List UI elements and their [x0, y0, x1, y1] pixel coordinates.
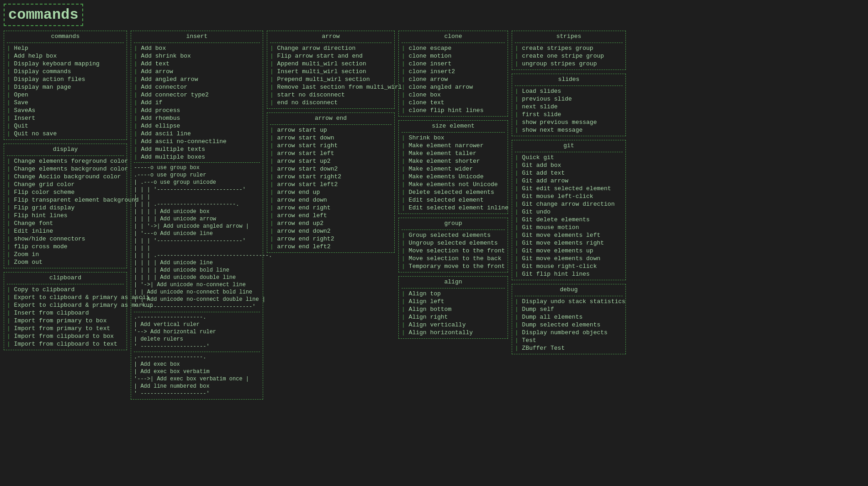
list-item[interactable]: Align vertically [402, 321, 505, 329]
list-item[interactable]: Edit selected element [402, 196, 505, 204]
list-item[interactable]: Group selected elements [402, 231, 505, 239]
list-item[interactable]: Export to clipboard & primary as markup [7, 301, 124, 309]
list-item[interactable]: clone escape [402, 44, 505, 52]
list-item[interactable]: '--> Add horizontal ruler [134, 328, 260, 336]
list-item[interactable]: Import from primary to box [7, 317, 124, 325]
list-item[interactable]: Add multiple boxes [134, 153, 260, 161]
list-item[interactable]: SaveAs [7, 107, 124, 114]
list-item[interactable]: Add arrow [134, 68, 260, 75]
list-item[interactable]: arrow end left2 [270, 243, 392, 251]
list-item[interactable]: Flip transparent element background [7, 196, 124, 204]
list-item[interactable]: end no disconnect [270, 99, 392, 107]
list-item[interactable]: ZBuffer Test [515, 344, 623, 352]
list-item[interactable]: Display commands [7, 68, 124, 75]
list-item[interactable]: Dump selected elements [515, 321, 623, 329]
list-item[interactable]: Flip grid display [7, 204, 124, 212]
list-item[interactable]: Add ascii no-connectline [134, 138, 260, 145]
list-item[interactable]: Add connector [134, 83, 260, 91]
list-item[interactable]: arrow start down2 [270, 165, 392, 173]
list-item[interactable]: Git move elements right [515, 239, 623, 247]
list-item[interactable]: Make elements not Unicode [402, 181, 505, 188]
list-item[interactable]: Insert [7, 114, 124, 122]
list-item[interactable]: Align bottom [402, 305, 505, 313]
list-item[interactable]: Open [7, 91, 124, 99]
list-item[interactable]: show/hide connectors [7, 235, 124, 243]
list-item[interactable]: Git mouse motion [515, 224, 623, 231]
list-item[interactable]: Ungroup selected elements [402, 239, 505, 247]
list-item[interactable]: next slide [515, 103, 623, 111]
list-item[interactable]: Git add arrow [515, 177, 623, 185]
list-item[interactable]: Add angled arrow [134, 75, 260, 83]
list-item[interactable]: Git move elements left [515, 231, 623, 239]
list-item[interactable]: clone box [402, 91, 505, 99]
list-item[interactable]: Add text [134, 60, 260, 68]
list-item[interactable]: clone insert [402, 60, 505, 68]
list-item[interactable]: Git move elements up [515, 247, 623, 255]
list-item[interactable]: Add box [134, 44, 260, 52]
list-item[interactable]: arrow end down [270, 196, 392, 204]
list-item[interactable]: Import from primary to text [7, 325, 124, 332]
list-item[interactable]: Copy to clipboard [7, 286, 124, 294]
list-item[interactable]: Git add box [515, 161, 623, 169]
list-item[interactable]: Dump all elements [515, 313, 623, 321]
list-item[interactable]: .--------------------. [134, 353, 260, 361]
list-item[interactable]: Align top [402, 290, 505, 298]
list-item[interactable]: Change font [7, 219, 124, 227]
list-item[interactable]: arrow end up [270, 188, 392, 196]
list-item[interactable]: clone arrow [402, 75, 505, 83]
list-item[interactable]: Git add text [515, 169, 623, 177]
list-item[interactable]: Zoom in [7, 251, 124, 258]
list-item[interactable]: '--->| Add exec box verbatim once | [134, 375, 260, 383]
list-item[interactable]: Change grid color [7, 181, 124, 188]
list-item[interactable]: Change Asciio background color [7, 173, 124, 181]
list-item[interactable]: | Add exec box verbatim [134, 368, 260, 375]
list-item[interactable]: Display undo stack statistics [515, 298, 623, 305]
list-item[interactable]: Append multi_wirl section [270, 60, 392, 68]
list-item[interactable]: Insert multi_wirl section [270, 68, 392, 75]
list-item[interactable]: Quick git [515, 154, 623, 161]
list-item[interactable]: Git flip hint lines [515, 270, 623, 278]
list-item[interactable]: clone angled arrow [402, 83, 505, 91]
list-item[interactable]: arrow start up [270, 126, 392, 134]
list-item[interactable]: arrow end down2 [270, 227, 392, 235]
list-item[interactable]: Zoom out [7, 258, 124, 266]
list-item[interactable]: Delete selected elements [402, 188, 505, 196]
list-item[interactable]: Display man page [7, 83, 124, 91]
list-item[interactable]: arrow start right [270, 142, 392, 150]
list-item[interactable]: Add rhombus [134, 114, 260, 122]
list-item[interactable]: Import from clipboard to text [7, 340, 124, 348]
list-item[interactable]: | Add exec box [134, 361, 260, 368]
list-item[interactable]: clone text [402, 99, 505, 107]
list-item[interactable]: arrow end right [270, 204, 392, 212]
list-item[interactable]: arrow start right2 [270, 173, 392, 181]
list-item[interactable]: Save [7, 99, 124, 107]
list-item[interactable]: ' --------------------' [134, 343, 260, 350]
list-item[interactable]: Flip hint lines [7, 212, 124, 219]
list-item[interactable]: Change arrow direction [270, 44, 392, 52]
list-item[interactable]: Add multiple texts [134, 145, 260, 153]
list-item[interactable]: clone motion [402, 52, 505, 60]
list-item[interactable]: show next message [515, 126, 623, 134]
list-item[interactable]: Make elements Unicode [402, 173, 505, 181]
list-item[interactable]: create stripes group [515, 44, 623, 52]
list-item[interactable]: Add connector type2 [134, 91, 260, 99]
list-item[interactable]: Temporary move to the front [402, 262, 505, 270]
list-item[interactable]: Align left [402, 298, 505, 305]
list-item[interactable]: Git undo [515, 208, 623, 216]
list-item[interactable]: Display keyboard mapping [7, 60, 124, 68]
list-item[interactable]: Add shrink box [134, 52, 260, 60]
list-item[interactable]: flip cross mode [7, 243, 124, 251]
list-item[interactable]: Git move elements down [515, 255, 623, 262]
list-item[interactable]: Display numbered objects [515, 329, 623, 336]
list-item[interactable]: Change elements background color [7, 165, 124, 173]
list-item[interactable]: Add ellipse [134, 122, 260, 130]
list-item[interactable]: Git mouse right-click [515, 262, 623, 270]
list-item[interactable]: Test [515, 336, 623, 344]
list-item[interactable]: Add if [134, 99, 260, 107]
list-item[interactable]: Export to clipboard & primary as ascii [7, 294, 124, 301]
list-item[interactable]: Align right [402, 313, 505, 321]
list-item[interactable]: Help [7, 44, 124, 52]
list-item[interactable]: Change elements foreground color [7, 157, 124, 165]
list-item[interactable]: show previous message [515, 118, 623, 126]
list-item[interactable]: arrow start left2 [270, 181, 392, 188]
